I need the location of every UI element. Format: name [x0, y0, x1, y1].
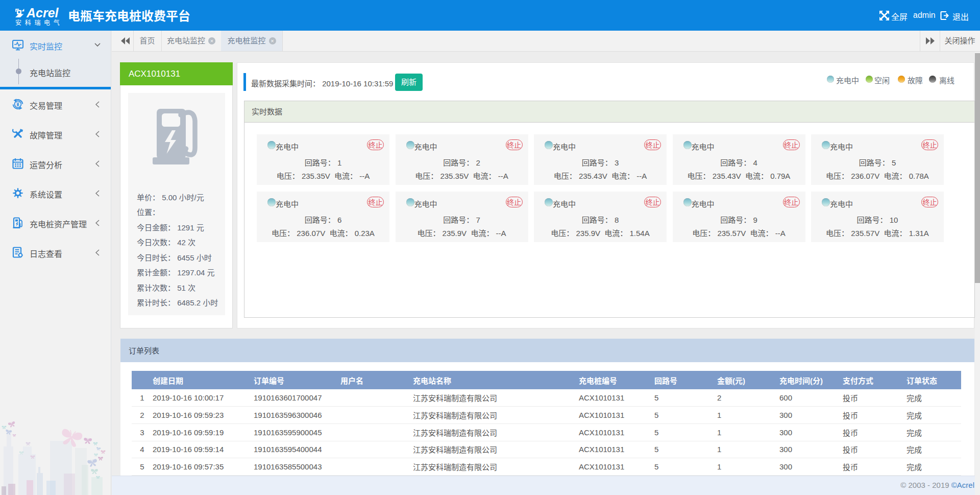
svg-text:¥: ¥	[16, 101, 19, 107]
